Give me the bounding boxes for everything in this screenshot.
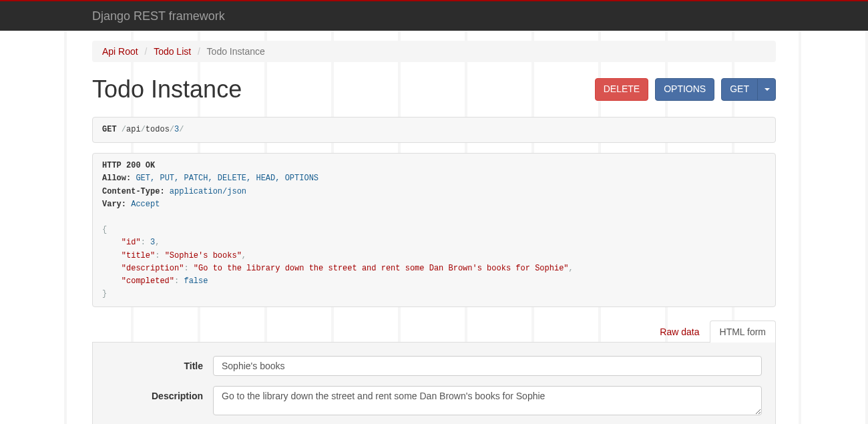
navbar: Django REST framework [0, 1, 868, 31]
breadcrumb-separator: / [198, 46, 200, 57]
tab-raw-data[interactable]: Raw data [650, 321, 709, 343]
title-label: Title [106, 356, 213, 376]
html-form-panel: Title Description Go to the library down… [92, 343, 776, 424]
description-label: Description [106, 386, 213, 417]
path-sep: / [141, 125, 146, 134]
request-panel: GET /api/todos/3/ [92, 117, 776, 143]
breadcrumb: Api Root / Todo List / Todo Instance [92, 41, 776, 62]
path-segment: todos [146, 125, 170, 134]
options-button[interactable]: OPTIONS [655, 78, 714, 101]
breadcrumb-separator: / [145, 46, 148, 57]
breadcrumb-api-root[interactable]: Api Root [102, 46, 138, 57]
breadcrumb-todo-list[interactable]: Todo List [154, 46, 191, 57]
json-key: "title" [122, 251, 155, 260]
delete-button[interactable]: DELETE [595, 78, 648, 101]
page-title: Todo Instance [92, 75, 242, 103]
content-type-label: Content-Type: [102, 187, 165, 196]
breadcrumb-current: Todo Instance [207, 46, 265, 57]
content-type-value: application/json [170, 187, 246, 196]
path-segment: api [126, 125, 141, 134]
json-value: "Go to the library down the street and r… [194, 264, 569, 273]
brand-link[interactable]: Django REST framework [92, 2, 225, 31]
json-key: "description" [122, 264, 184, 273]
brace-close: } [102, 289, 107, 298]
get-dropdown-toggle[interactable] [757, 78, 776, 101]
title-input[interactable] [213, 356, 762, 376]
allow-label: Allow: [102, 174, 131, 183]
json-key: "id" [122, 238, 141, 247]
caret-down-icon [765, 88, 770, 91]
request-method: GET [102, 125, 117, 134]
vary-label: Vary: [102, 200, 126, 209]
json-value: false [184, 276, 208, 286]
brace-open: { [102, 225, 107, 234]
form-tabs: Raw data HTML form [92, 321, 776, 343]
response-panel: HTTP 200 OK Allow: GET, PUT, PATCH, DELE… [92, 153, 776, 307]
vary-value: Accept [131, 200, 160, 209]
path-sep: / [170, 125, 174, 134]
json-value: "Sophie's books" [165, 251, 242, 260]
path-sep: / [122, 125, 126, 134]
json-key: "completed" [122, 276, 174, 286]
status-line: HTTP 200 OK [102, 161, 155, 170]
get-button-group: GET [721, 78, 776, 101]
tab-html-form[interactable]: HTML form [710, 321, 776, 343]
description-textarea[interactable]: Go to the library down the street and re… [213, 386, 762, 415]
get-button[interactable]: GET [721, 78, 758, 101]
allow-value: GET, PUT, PATCH, DELETE, HEAD, OPTIONS [136, 174, 318, 183]
path-sep: / [179, 125, 184, 134]
